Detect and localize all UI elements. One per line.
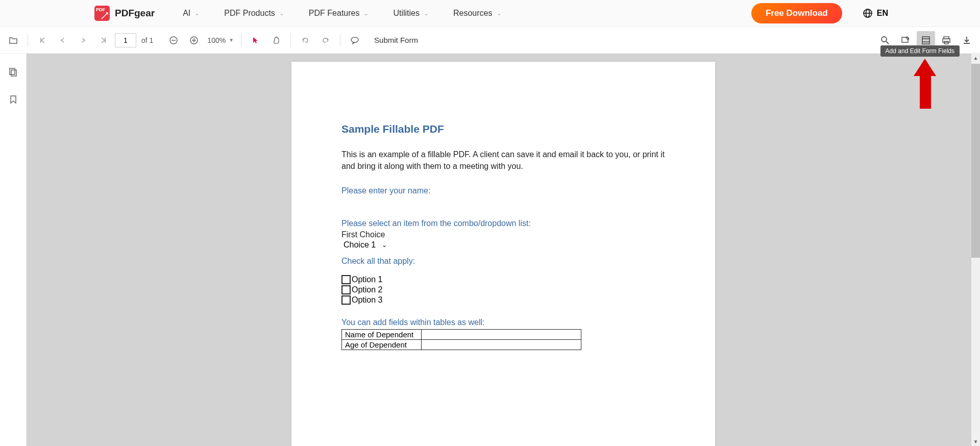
checkbox-icon bbox=[341, 295, 351, 305]
scroll-down-arrow[interactable]: ▼ bbox=[971, 437, 980, 446]
svg-rect-7 bbox=[922, 37, 929, 44]
check-option-3[interactable]: Option 3 bbox=[341, 295, 665, 305]
nav-resources[interactable]: Resources⌄ bbox=[453, 9, 501, 18]
svg-point-5 bbox=[881, 37, 887, 42]
svg-rect-9 bbox=[943, 39, 950, 42]
bookmarks-button[interactable] bbox=[4, 90, 22, 109]
table-row: Name of Dependent bbox=[342, 330, 581, 340]
label-table: You can add fields within tables as well… bbox=[341, 318, 665, 327]
prev-page-button[interactable] bbox=[54, 31, 72, 49]
chevron-down-icon: ⌄ bbox=[497, 10, 502, 17]
last-page-button[interactable] bbox=[94, 31, 113, 49]
brand-label: PDFgear bbox=[115, 8, 155, 19]
svg-point-4 bbox=[351, 37, 358, 42]
top-header: PDF PDFgear AI⌄ PDF Products⌄ PDF Featur… bbox=[0, 0, 980, 27]
next-page-button[interactable] bbox=[74, 31, 92, 49]
submit-form-link[interactable]: Submit Form bbox=[374, 36, 418, 44]
annotation-arrow bbox=[914, 59, 937, 109]
chevron-down-icon: ⌄ bbox=[279, 10, 284, 17]
zoom-dropdown[interactable]: 100%▼ bbox=[205, 36, 236, 44]
table-row: Age of Dependent bbox=[342, 340, 581, 350]
dependent-table: Name of Dependent Age of Dependent bbox=[341, 329, 581, 350]
comment-button[interactable] bbox=[346, 31, 364, 49]
pdf-page: Sample Fillable PDF This is an example o… bbox=[291, 62, 715, 446]
svg-rect-6 bbox=[902, 37, 908, 42]
main-area: Sample Fillable PDF This is an example o… bbox=[0, 54, 980, 446]
label-name: Please enter your name: bbox=[341, 186, 665, 195]
nav-utilities[interactable]: Utilities⌄ bbox=[393, 9, 429, 18]
check-option-2[interactable]: Option 2 bbox=[341, 285, 665, 294]
nav-pdf-features[interactable]: PDF Features⌄ bbox=[309, 9, 369, 18]
left-sidebar bbox=[0, 54, 27, 446]
download-button[interactable] bbox=[958, 31, 976, 49]
pdf-toolbar: of 1 100%▼ Submit Form Add and Edit Form… bbox=[0, 27, 980, 54]
hand-tool-button[interactable] bbox=[267, 31, 285, 49]
globe-icon bbox=[863, 8, 873, 18]
svg-rect-11 bbox=[10, 68, 15, 75]
checkbox-icon bbox=[341, 285, 351, 294]
scroll-thumb[interactable] bbox=[971, 64, 980, 258]
scroll-up-arrow[interactable]: ▲ bbox=[971, 54, 980, 62]
document-viewport[interactable]: Sample Fillable PDF This is an example o… bbox=[27, 54, 980, 446]
open-file-button[interactable] bbox=[4, 31, 22, 49]
label-combo: Please select an item from the combo/dro… bbox=[341, 219, 665, 228]
select-tool-button[interactable] bbox=[247, 31, 265, 49]
nav-ai[interactable]: AI⌄ bbox=[183, 9, 200, 18]
chevron-down-icon: ⌄ bbox=[363, 10, 369, 17]
language-label: EN bbox=[877, 9, 888, 18]
doc-intro: This is an example of a fillable PDF. A … bbox=[341, 148, 665, 172]
logo-area[interactable]: PDF PDFgear bbox=[94, 6, 155, 21]
first-page-button[interactable] bbox=[33, 31, 52, 49]
check-option-1[interactable]: Option 1 bbox=[341, 275, 665, 284]
undo-button[interactable] bbox=[296, 31, 314, 49]
zoom-in-button[interactable] bbox=[185, 31, 203, 49]
combo-first: First Choice bbox=[341, 230, 665, 239]
pdfgear-logo: PDF bbox=[94, 6, 110, 21]
thumbnails-button[interactable] bbox=[4, 63, 22, 81]
zoom-out-button[interactable] bbox=[164, 31, 183, 49]
chevron-down-icon: ⌄ bbox=[194, 10, 200, 17]
combo-dropdown[interactable]: Choice 1⌄ bbox=[341, 240, 665, 250]
label-check: Check all that apply: bbox=[341, 257, 665, 266]
svg-rect-12 bbox=[11, 70, 16, 76]
redo-button[interactable] bbox=[316, 31, 335, 49]
chevron-down-icon: ⌄ bbox=[424, 10, 429, 17]
form-fields-tooltip: Add and Edit Form Fields bbox=[880, 45, 960, 57]
doc-title: Sample Fillable PDF bbox=[341, 123, 665, 135]
page-total-label: of 1 bbox=[141, 36, 153, 44]
vertical-scrollbar[interactable]: ▲ ▼ bbox=[971, 54, 980, 446]
free-download-button[interactable]: Free Download bbox=[751, 3, 842, 23]
checkbox-icon bbox=[341, 275, 351, 284]
nav-pdf-products[interactable]: PDF Products⌄ bbox=[224, 9, 284, 18]
language-selector[interactable]: EN bbox=[863, 8, 888, 18]
page-number-input[interactable] bbox=[115, 33, 136, 47]
main-nav: AI⌄ PDF Products⌄ PDF Features⌄ Utilitie… bbox=[183, 9, 751, 18]
